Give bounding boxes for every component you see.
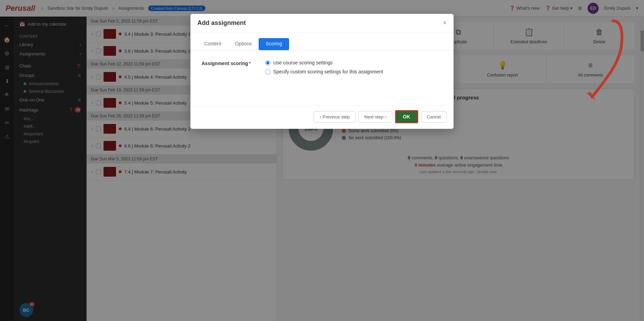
scoring-radio-group: Use course scoring settings Specify cust… [265, 60, 383, 74]
required-marker: * [249, 61, 251, 66]
next-chevron-icon: › [385, 114, 386, 119]
modal-close-button[interactable]: × [443, 19, 447, 27]
radio-use-course-scoring[interactable]: Use course scoring settings [265, 60, 383, 65]
add-assignment-modal: Add assignment × Content Options Scoring… [190, 14, 454, 129]
next-step-label: Next step [364, 114, 383, 119]
tab-options[interactable]: Options [228, 38, 259, 50]
radio-label-custom-scoring: Specify custom scoring settings for this… [273, 69, 383, 74]
radio-label-course-scoring: Use course scoring settings [273, 60, 333, 65]
radio-custom-scoring[interactable]: Specify custom scoring settings for this… [265, 69, 383, 74]
radio-input-course-scoring[interactable] [265, 60, 270, 65]
cancel-button[interactable]: Cancel [421, 111, 447, 123]
modal-footer: ‹ Previous step Next step › OK Cancel [190, 106, 454, 129]
tab-content[interactable]: Content [197, 38, 228, 50]
modal-overlay: Add assignment × Content Options Scoring… [0, 0, 644, 321]
form-label-text: Assignment scoring [202, 61, 248, 66]
previous-step-button[interactable]: ‹ Previous step [314, 111, 356, 123]
modal-tabs: Content Options Scoring [190, 33, 454, 50]
next-step-button[interactable]: Next step › [358, 111, 392, 123]
modal-header: Add assignment × [190, 14, 454, 33]
modal-title: Add assignment [197, 19, 246, 27]
form-label-assignment-scoring: Assignment scoring* [202, 60, 257, 66]
tab-scoring[interactable]: Scoring [259, 38, 289, 50]
radio-input-custom-scoring[interactable] [265, 69, 270, 74]
prev-chevron-icon: ‹ [320, 114, 321, 119]
prev-step-label: Previous step [323, 114, 350, 119]
form-row-assignment-scoring: Assignment scoring* Use course scoring s… [202, 60, 442, 74]
svg-marker-4 [587, 92, 596, 100]
red-arrow-annotation [523, 17, 627, 114]
modal-body: Assignment scoring* Use course scoring s… [190, 50, 454, 106]
ok-button[interactable]: OK [395, 110, 418, 123]
